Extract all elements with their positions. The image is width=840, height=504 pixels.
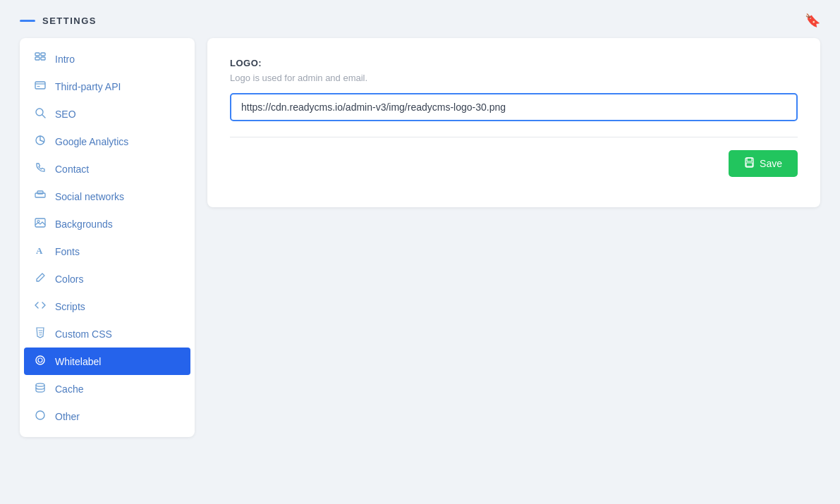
- svg-point-16: [38, 358, 42, 362]
- svg-point-15: [36, 356, 44, 364]
- save-button-label: Save: [760, 158, 782, 169]
- chart-icon: [34, 135, 47, 148]
- ring-icon: [34, 410, 47, 423]
- sidebar-label-contact: Contact: [55, 164, 89, 175]
- share-icon: [34, 190, 47, 203]
- divider: [230, 137, 798, 137]
- sidebar-label-backgrounds: Backgrounds: [55, 219, 113, 230]
- main-content: Intro Third-party API SEO: [0, 38, 840, 457]
- sidebar-item-scripts[interactable]: Scripts: [20, 293, 195, 320]
- whitelabel-icon: [34, 355, 47, 368]
- svg-point-13: [37, 221, 39, 223]
- logo-field-label: LOGO:: [230, 58, 798, 68]
- sidebar-item-contact[interactable]: Contact: [20, 155, 195, 183]
- sidebar-item-other[interactable]: Other: [20, 402, 195, 430]
- svg-rect-3: [41, 57, 45, 60]
- save-button[interactable]: Save: [729, 150, 798, 177]
- sidebar-label-seo: SEO: [55, 109, 76, 120]
- sidebar-label-whitelabel: Whitelabel: [55, 356, 101, 367]
- sidebar-label-social-networks: Social networks: [55, 191, 124, 202]
- page-header: SETTINGS 🔖: [0, 0, 840, 38]
- sidebar-item-colors[interactable]: Colors: [20, 265, 195, 293]
- svg-rect-20: [747, 158, 752, 161]
- svg-line-8: [42, 115, 45, 118]
- svg-rect-1: [41, 53, 45, 56]
- grid-icon: [34, 52, 47, 66]
- api-icon: [34, 80, 47, 93]
- right-panel: LOGO: Logo is used for admin and email. …: [207, 38, 820, 437]
- settings-card: LOGO: Logo is used for admin and email. …: [207, 38, 820, 207]
- sidebar-item-whitelabel[interactable]: Whitelabel: [24, 348, 190, 375]
- svg-rect-21: [746, 163, 753, 166]
- sidebar-item-social-networks[interactable]: Social networks: [20, 183, 195, 210]
- sidebar-item-fonts[interactable]: A Fonts: [20, 238, 195, 265]
- svg-point-18: [36, 411, 44, 419]
- svg-rect-2: [35, 57, 39, 60]
- title-dash-icon: [20, 20, 35, 22]
- svg-point-7: [36, 109, 43, 116]
- sidebar-item-third-party-api[interactable]: Third-party API: [20, 73, 195, 100]
- css-icon: [34, 327, 47, 340]
- sidebar-label-scripts: Scripts: [55, 301, 85, 312]
- sidebar-item-backgrounds[interactable]: Backgrounds: [20, 210, 195, 238]
- search-icon: [34, 107, 47, 121]
- sidebar-item-cache[interactable]: Cache: [20, 375, 195, 402]
- sidebar-item-seo[interactable]: SEO: [20, 100, 195, 128]
- logo-url-input[interactable]: [230, 93, 798, 121]
- phone-icon: [34, 162, 47, 176]
- page-title: SETTINGS: [42, 16, 97, 26]
- bookmark-icon[interactable]: 🔖: [805, 13, 820, 28]
- sidebar-label-colors: Colors: [55, 273, 83, 285]
- sidebar-item-custom-css[interactable]: Custom CSS: [20, 320, 195, 348]
- font-icon: A: [34, 245, 47, 258]
- sidebar-item-intro[interactable]: Intro: [20, 45, 195, 73]
- card-footer: Save: [230, 150, 798, 177]
- image-icon: [34, 217, 47, 231]
- sidebar-label-intro: Intro: [55, 54, 75, 65]
- sidebar-label-google-analytics: Google Analytics: [55, 136, 128, 147]
- code-icon: [34, 300, 47, 313]
- sidebar-label-custom-css: Custom CSS: [55, 328, 112, 340]
- svg-rect-11: [37, 191, 43, 194]
- sidebar-label-cache: Cache: [55, 383, 83, 395]
- svg-rect-12: [35, 219, 45, 227]
- logo-field-description: Logo is used for admin and email.: [230, 73, 798, 83]
- svg-point-17: [36, 383, 44, 386]
- svg-rect-0: [35, 53, 39, 56]
- stack-icon: [34, 382, 47, 395]
- sidebar-item-google-analytics[interactable]: Google Analytics: [20, 128, 195, 155]
- save-icon: [744, 157, 755, 170]
- svg-rect-4: [35, 82, 45, 89]
- sidebar-label-other: Other: [55, 411, 80, 422]
- svg-text:A: A: [36, 245, 43, 256]
- page-title-group: SETTINGS: [20, 16, 97, 26]
- sidebar-label-third-party-api: Third-party API: [55, 81, 121, 92]
- sidebar-label-fonts: Fonts: [55, 246, 80, 257]
- pencil-icon: [34, 272, 47, 285]
- sidebar: Intro Third-party API SEO: [20, 38, 195, 437]
